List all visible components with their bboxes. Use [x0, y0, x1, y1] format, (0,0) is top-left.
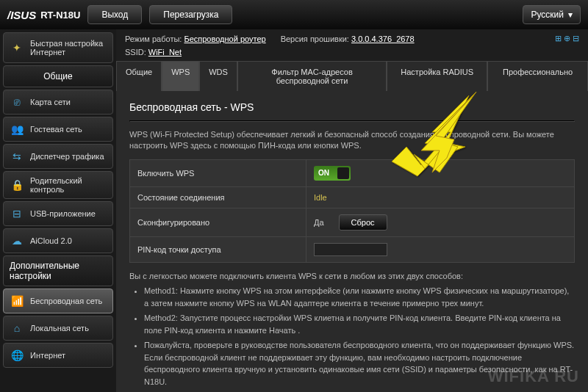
sidebar-network-map[interactable]: ⎚Карта сети [3, 90, 113, 115]
mode-label: Режим работы: [125, 35, 182, 43]
method2-text: Method2: Запустите процесс настройки WPS… [144, 312, 575, 336]
ssid-label: SSID: [125, 48, 146, 57]
sidebar-guest-network[interactable]: 👥Гостевая сеть [3, 117, 113, 142]
pin-label: PIN-код точки доступа [130, 236, 306, 262]
main-content: Режим работы: Беспроводной роутер Версия… [116, 29, 588, 392]
sidebar-parental-control[interactable]: 🔒Родительский контроль [3, 171, 113, 199]
usb-icon: ⊟ [10, 206, 24, 221]
tab-mac-filter[interactable]: Фильтр MAC-адресов беспроводной сети [237, 61, 387, 91]
wps-toggle[interactable]: ON [314, 166, 351, 181]
globe-icon: 🌐 [10, 348, 24, 363]
network-icon: ⎚ [10, 95, 24, 109]
connection-state-value: Idle [314, 193, 327, 202]
connection-state-label: Состояние соединения [130, 186, 306, 208]
page-title: Беспроводная сеть - WPS [129, 101, 575, 113]
enable-wps-label: Включить WPS [130, 159, 306, 186]
sidebar-traffic-manager[interactable]: ⇆Диспетчер трафика [3, 144, 113, 169]
configured-label: Сконфигурировано [130, 208, 306, 236]
ssid-link[interactable]: WiFi_Net [148, 48, 182, 57]
status-icons: ⊞ ⊕ ⊟ [555, 34, 579, 43]
chevron-down-icon: ▾ [568, 10, 573, 20]
page-description: WPS (Wi-Fi Protected Setup) обеспечивает… [129, 129, 575, 152]
tab-bar: Общие WPS WDS Фильтр MAC-адресов беспров… [116, 61, 588, 91]
reset-button[interactable]: Сброс [339, 214, 387, 231]
tab-professional[interactable]: Профессионально [487, 61, 588, 91]
traffic-icon: ⇆ [10, 149, 24, 164]
tab-general[interactable]: Общие [116, 61, 162, 91]
methods-intro: Вы с легкостью можете подключить клиента… [129, 270, 575, 283]
lock-icon: 🔒 [10, 178, 24, 192]
guest-icon: 👥 [10, 122, 24, 137]
watermark: WIFIKA RU [488, 367, 579, 386]
sidebar-label: Быстрая настройка Интернет [30, 39, 107, 57]
sidebar-wireless[interactable]: 📶Беспроводная сеть [3, 288, 113, 313]
sidebar-section-general: Общие [3, 65, 113, 87]
tab-wds[interactable]: WDS [199, 61, 237, 91]
quick-setup-button[interactable]: ✦ Быстрая настройка Интернет [3, 32, 113, 63]
pin-input[interactable] [314, 243, 387, 256]
sidebar: ✦ Быстрая настройка Интернет Общие ⎚Карт… [0, 29, 116, 392]
mode-link[interactable]: Беспроводной роутер [184, 35, 265, 43]
logout-button[interactable]: Выход [87, 5, 142, 24]
sidebar-lan[interactable]: ⌂Локальная сеть [3, 316, 113, 341]
sidebar-section-advanced: Дополнительные настройки [3, 255, 113, 286]
home-icon: ⌂ [10, 321, 24, 335]
sidebar-aicloud[interactable]: ☁AiCloud 2.0 [3, 228, 113, 253]
fw-label: Версия прошивки: [281, 35, 349, 43]
wand-icon: ✦ [10, 40, 24, 55]
wifi-icon: 📶 [10, 294, 24, 308]
fw-link[interactable]: 3.0.0.4.376_2678 [351, 35, 415, 43]
method1-text: Method1: Нажмите кнопку WPS на этом инте… [144, 285, 575, 309]
sidebar-wan[interactable]: 🌐Интернет [3, 343, 113, 368]
configured-value: Да [314, 218, 324, 227]
tab-radius[interactable]: Настройка RADIUS [387, 61, 487, 91]
tab-wps[interactable]: WPS [162, 61, 199, 91]
sidebar-usb-app[interactable]: ⊟USB-приложение [3, 201, 113, 226]
language-selector[interactable]: Русский▾ [523, 5, 581, 24]
reboot-button[interactable]: Перезагрузка [149, 5, 232, 24]
cloud-icon: ☁ [10, 233, 24, 248]
brand-logo: /ISUS RT-N18U [7, 9, 80, 21]
